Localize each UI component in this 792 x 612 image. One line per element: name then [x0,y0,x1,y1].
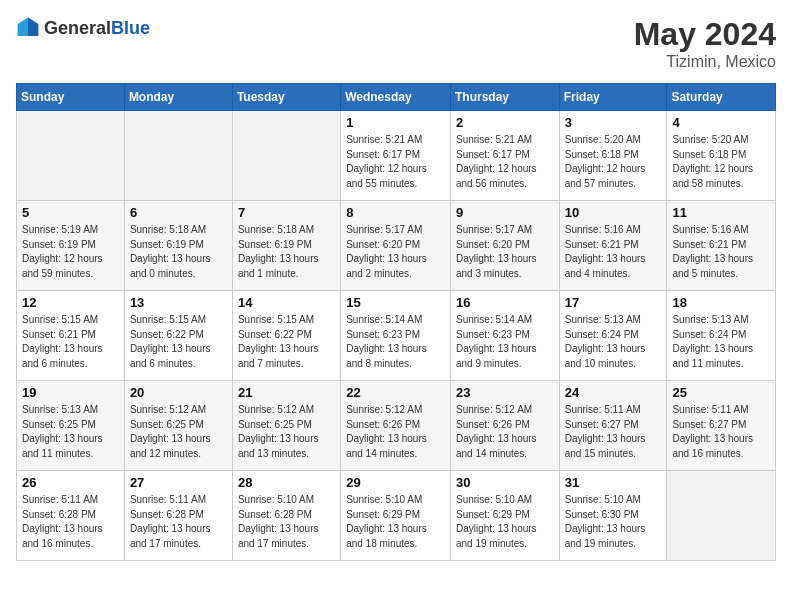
day-info: Sunrise: 5:18 AM Sunset: 6:19 PM Dayligh… [238,223,335,281]
day-info: Sunrise: 5:17 AM Sunset: 6:20 PM Dayligh… [346,223,445,281]
day-info: Sunrise: 5:13 AM Sunset: 6:25 PM Dayligh… [22,403,119,461]
header-saturday: Saturday [667,84,776,111]
day-info: Sunrise: 5:16 AM Sunset: 6:21 PM Dayligh… [565,223,662,281]
day-info: Sunrise: 5:11 AM Sunset: 6:27 PM Dayligh… [565,403,662,461]
day-info: Sunrise: 5:15 AM Sunset: 6:21 PM Dayligh… [22,313,119,371]
calendar-cell: 27Sunrise: 5:11 AM Sunset: 6:28 PM Dayli… [124,471,232,561]
calendar-cell: 25Sunrise: 5:11 AM Sunset: 6:27 PM Dayli… [667,381,776,471]
calendar-cell: 12Sunrise: 5:15 AM Sunset: 6:21 PM Dayli… [17,291,125,381]
header-wednesday: Wednesday [341,84,451,111]
calendar-cell: 5Sunrise: 5:19 AM Sunset: 6:19 PM Daylig… [17,201,125,291]
day-info: Sunrise: 5:21 AM Sunset: 6:17 PM Dayligh… [456,133,554,191]
calendar-cell: 10Sunrise: 5:16 AM Sunset: 6:21 PM Dayli… [559,201,667,291]
calendar-cell: 30Sunrise: 5:10 AM Sunset: 6:29 PM Dayli… [450,471,559,561]
header-thursday: Thursday [450,84,559,111]
day-info: Sunrise: 5:12 AM Sunset: 6:26 PM Dayligh… [456,403,554,461]
day-info: Sunrise: 5:11 AM Sunset: 6:28 PM Dayligh… [130,493,227,551]
logo-icon [16,16,40,40]
day-number: 19 [22,385,119,400]
day-info: Sunrise: 5:19 AM Sunset: 6:19 PM Dayligh… [22,223,119,281]
title-block: May 2024 Tizimin, Mexico [634,16,776,71]
day-number: 6 [130,205,227,220]
day-info: Sunrise: 5:21 AM Sunset: 6:17 PM Dayligh… [346,133,445,191]
day-info: Sunrise: 5:10 AM Sunset: 6:29 PM Dayligh… [456,493,554,551]
day-number: 5 [22,205,119,220]
logo: GeneralBlue [16,16,150,40]
day-info: Sunrise: 5:13 AM Sunset: 6:24 PM Dayligh… [565,313,662,371]
day-info: Sunrise: 5:13 AM Sunset: 6:24 PM Dayligh… [672,313,770,371]
day-info: Sunrise: 5:12 AM Sunset: 6:26 PM Dayligh… [346,403,445,461]
day-number: 27 [130,475,227,490]
day-number: 9 [456,205,554,220]
day-info: Sunrise: 5:15 AM Sunset: 6:22 PM Dayligh… [130,313,227,371]
day-number: 26 [22,475,119,490]
calendar-cell: 26Sunrise: 5:11 AM Sunset: 6:28 PM Dayli… [17,471,125,561]
day-info: Sunrise: 5:10 AM Sunset: 6:28 PM Dayligh… [238,493,335,551]
day-number: 7 [238,205,335,220]
day-number: 3 [565,115,662,130]
day-number: 18 [672,295,770,310]
calendar-cell: 20Sunrise: 5:12 AM Sunset: 6:25 PM Dayli… [124,381,232,471]
calendar-week-row: 1Sunrise: 5:21 AM Sunset: 6:17 PM Daylig… [17,111,776,201]
calendar-table: SundayMondayTuesdayWednesdayThursdayFrid… [16,83,776,561]
calendar-cell: 24Sunrise: 5:11 AM Sunset: 6:27 PM Dayli… [559,381,667,471]
location-title: Tizimin, Mexico [634,53,776,71]
calendar-cell: 17Sunrise: 5:13 AM Sunset: 6:24 PM Dayli… [559,291,667,381]
day-info: Sunrise: 5:14 AM Sunset: 6:23 PM Dayligh… [456,313,554,371]
day-number: 15 [346,295,445,310]
calendar-cell: 3Sunrise: 5:20 AM Sunset: 6:18 PM Daylig… [559,111,667,201]
calendar-cell: 8Sunrise: 5:17 AM Sunset: 6:20 PM Daylig… [341,201,451,291]
day-info: Sunrise: 5:20 AM Sunset: 6:18 PM Dayligh… [565,133,662,191]
svg-marker-0 [28,18,38,36]
calendar-week-row: 26Sunrise: 5:11 AM Sunset: 6:28 PM Dayli… [17,471,776,561]
day-number: 14 [238,295,335,310]
calendar-cell: 19Sunrise: 5:13 AM Sunset: 6:25 PM Dayli… [17,381,125,471]
calendar-cell: 16Sunrise: 5:14 AM Sunset: 6:23 PM Dayli… [450,291,559,381]
day-number: 8 [346,205,445,220]
logo-general: General [44,18,111,38]
calendar-cell: 21Sunrise: 5:12 AM Sunset: 6:25 PM Dayli… [232,381,340,471]
calendar-cell: 22Sunrise: 5:12 AM Sunset: 6:26 PM Dayli… [341,381,451,471]
header-sunday: Sunday [17,84,125,111]
day-number: 4 [672,115,770,130]
day-info: Sunrise: 5:18 AM Sunset: 6:19 PM Dayligh… [130,223,227,281]
day-number: 22 [346,385,445,400]
calendar-week-row: 19Sunrise: 5:13 AM Sunset: 6:25 PM Dayli… [17,381,776,471]
day-info: Sunrise: 5:11 AM Sunset: 6:28 PM Dayligh… [22,493,119,551]
header-tuesday: Tuesday [232,84,340,111]
day-info: Sunrise: 5:20 AM Sunset: 6:18 PM Dayligh… [672,133,770,191]
day-number: 12 [22,295,119,310]
svg-marker-1 [18,18,28,36]
calendar-cell: 14Sunrise: 5:15 AM Sunset: 6:22 PM Dayli… [232,291,340,381]
day-info: Sunrise: 5:12 AM Sunset: 6:25 PM Dayligh… [130,403,227,461]
day-number: 10 [565,205,662,220]
calendar-cell: 2Sunrise: 5:21 AM Sunset: 6:17 PM Daylig… [450,111,559,201]
day-number: 20 [130,385,227,400]
calendar-cell [232,111,340,201]
day-number: 2 [456,115,554,130]
day-info: Sunrise: 5:12 AM Sunset: 6:25 PM Dayligh… [238,403,335,461]
day-number: 28 [238,475,335,490]
day-number: 11 [672,205,770,220]
day-number: 31 [565,475,662,490]
day-number: 1 [346,115,445,130]
page-header: GeneralBlue May 2024 Tizimin, Mexico [16,16,776,71]
month-title: May 2024 [634,16,776,53]
calendar-cell: 13Sunrise: 5:15 AM Sunset: 6:22 PM Dayli… [124,291,232,381]
day-info: Sunrise: 5:16 AM Sunset: 6:21 PM Dayligh… [672,223,770,281]
logo-blue: Blue [111,18,150,38]
calendar-cell: 29Sunrise: 5:10 AM Sunset: 6:29 PM Dayli… [341,471,451,561]
calendar-cell: 31Sunrise: 5:10 AM Sunset: 6:30 PM Dayli… [559,471,667,561]
day-number: 29 [346,475,445,490]
calendar-cell: 9Sunrise: 5:17 AM Sunset: 6:20 PM Daylig… [450,201,559,291]
header-friday: Friday [559,84,667,111]
calendar-cell: 28Sunrise: 5:10 AM Sunset: 6:28 PM Dayli… [232,471,340,561]
day-number: 30 [456,475,554,490]
calendar-cell [124,111,232,201]
calendar-cell: 1Sunrise: 5:21 AM Sunset: 6:17 PM Daylig… [341,111,451,201]
calendar-cell: 7Sunrise: 5:18 AM Sunset: 6:19 PM Daylig… [232,201,340,291]
day-number: 17 [565,295,662,310]
calendar-week-row: 5Sunrise: 5:19 AM Sunset: 6:19 PM Daylig… [17,201,776,291]
calendar-week-row: 12Sunrise: 5:15 AM Sunset: 6:21 PM Dayli… [17,291,776,381]
day-info: Sunrise: 5:15 AM Sunset: 6:22 PM Dayligh… [238,313,335,371]
